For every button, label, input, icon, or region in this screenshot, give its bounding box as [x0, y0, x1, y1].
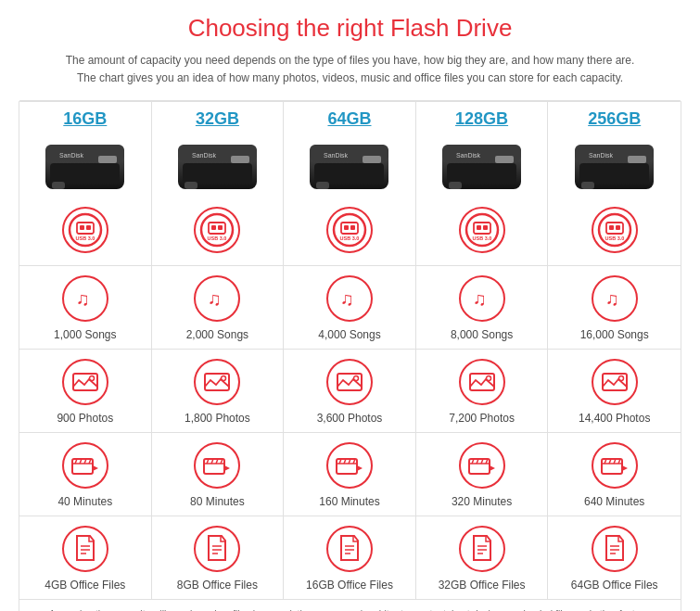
video-cell-64: 160 Minutes	[284, 433, 416, 516]
usb-icon-16: USB 3.0	[62, 207, 108, 253]
photo-icon-256	[592, 359, 638, 405]
video-label-16: 40 Minutes	[57, 495, 112, 508]
video-icon-16	[62, 442, 108, 489]
photos-cell-16: 900 Photos	[19, 350, 152, 432]
col-128gb: 128GB SanDisk	[416, 102, 549, 265]
svg-rect-53	[616, 225, 620, 230]
svg-rect-7	[77, 223, 94, 234]
svg-text:♫: ♫	[605, 288, 619, 309]
col-32gb: 32GB SanDisk	[152, 102, 285, 265]
songs-label-128: 8,000 Songs	[451, 328, 513, 341]
svg-marker-83	[224, 465, 230, 471]
office-label-16: 4GB Office Files	[45, 579, 125, 592]
photos-label-256: 14,400 Photos	[579, 412, 650, 425]
video-label-128: 320 Minutes	[452, 495, 512, 508]
svg-marker-97	[490, 465, 495, 471]
office-cell-16: 4GB Office Files	[19, 516, 152, 599]
svg-rect-40	[474, 223, 490, 234]
photos-cell-32: 1,800 Photos	[152, 350, 285, 432]
video-icon-32	[194, 442, 240, 489]
svg-text:SanDisk: SanDisk	[456, 152, 481, 159]
svg-rect-20	[218, 225, 223, 230]
svg-text:SanDisk: SanDisk	[59, 152, 84, 159]
photo-icon-32	[194, 359, 240, 405]
office-label-32: 8GB Office Files	[177, 579, 258, 592]
photos-cell-64: 3,600 Photos	[284, 350, 416, 432]
svg-text:USB 3.0: USB 3.0	[75, 235, 95, 241]
capacity-label-128: 128GB	[455, 109, 508, 129]
photo-icon-64	[326, 359, 373, 405]
svg-text:SanDisk: SanDisk	[324, 152, 349, 159]
music-icon-128: ♫	[459, 275, 505, 322]
video-cell-256: 640 Minutes	[548, 433, 681, 516]
photo-icon-128	[459, 359, 505, 405]
col-16gb: 16GB SanDisk	[19, 102, 152, 265]
svg-point-65	[353, 376, 358, 381]
svg-rect-38	[449, 182, 462, 189]
video-icon-64	[326, 442, 373, 489]
svg-rect-42	[483, 225, 488, 230]
drive-svg-16: SanDisk	[41, 137, 129, 197]
svg-rect-14	[231, 156, 249, 163]
video-row: 40 Minutes 80 Minutes	[19, 432, 681, 516]
svg-rect-9	[86, 225, 91, 230]
svg-text:♫: ♫	[340, 288, 354, 309]
office-cell-64: 16GB Office Files	[284, 516, 416, 599]
svg-marker-90	[357, 465, 363, 471]
svg-rect-30	[344, 225, 349, 230]
office-label-128: 32GB Office Files	[439, 579, 526, 592]
photos-cell-256: 14,400 Photos	[548, 350, 681, 432]
office-cell-32: 8GB Office Files	[152, 516, 285, 599]
office-row: 4GB Office Files 8GB Office Files	[19, 516, 681, 599]
video-label-64: 160 Minutes	[319, 495, 379, 508]
file-icon-256	[592, 526, 638, 572]
svg-text:USB 3.0: USB 3.0	[208, 235, 227, 241]
capacity-label-32: 32GB	[196, 109, 239, 129]
svg-marker-104	[622, 465, 628, 471]
svg-rect-3	[98, 156, 117, 163]
svg-text:USB 3.0: USB 3.0	[605, 235, 624, 241]
file-icon-32	[194, 526, 240, 572]
svg-rect-25	[363, 156, 381, 163]
songs-label-256: 16,000 Songs	[580, 328, 649, 341]
page-wrapper: Choosing the right Flash Drive The amoun…	[0, 0, 700, 611]
svg-rect-31	[350, 225, 355, 230]
office-label-256: 64GB Office Files	[571, 579, 658, 592]
video-icon-256	[592, 442, 638, 489]
photos-label-128: 7,200 Photos	[449, 412, 515, 425]
svg-text:USB 3.0: USB 3.0	[472, 235, 491, 241]
page-title: Choosing the right Flash Drive	[19, 9, 681, 43]
svg-rect-36	[495, 156, 514, 163]
svg-marker-76	[93, 465, 98, 471]
video-label-32: 80 Minutes	[190, 495, 245, 508]
svg-text:USB 3.0: USB 3.0	[340, 235, 360, 241]
svg-rect-47	[628, 156, 646, 163]
svg-rect-16	[185, 182, 197, 189]
songs-label-32: 2,000 Songs	[186, 328, 248, 341]
svg-text:♫: ♫	[76, 288, 90, 309]
drive-image-32: SanDisk	[171, 134, 263, 199]
office-cell-128: 32GB Office Files	[416, 516, 549, 599]
svg-point-61	[89, 376, 94, 381]
svg-rect-13	[183, 163, 252, 184]
office-label-64: 16GB Office Files	[306, 579, 393, 592]
photos-label-32: 1,800 Photos	[185, 412, 250, 425]
svg-rect-27	[316, 182, 329, 189]
songs-cell-64: ♫ 4,000 Songs	[284, 266, 416, 349]
songs-cell-32: ♫ 2,000 Songs	[152, 266, 285, 349]
songs-label-64: 4,000 Songs	[318, 328, 380, 341]
svg-rect-24	[314, 163, 384, 184]
svg-text:♫: ♫	[473, 288, 487, 309]
svg-rect-2	[50, 163, 120, 184]
svg-point-63	[222, 376, 226, 381]
capacity-label-16: 16GB	[63, 109, 107, 129]
video-icon-128	[459, 442, 505, 489]
office-cell-256: 64GB Office Files	[548, 516, 681, 599]
col-64gb: 64GB SanDisk	[284, 102, 416, 265]
photos-row: 900 Photos 1,800 Photos	[19, 349, 681, 432]
songs-cell-128: ♫ 8,000 Songs	[416, 266, 549, 349]
photos-cell-128: 7,200 Photos	[416, 350, 549, 432]
video-cell-32: 80 Minutes	[152, 433, 285, 516]
footer-note: Approximations: results will vary based …	[19, 599, 681, 611]
col-256gb: 256GB SanDisk	[548, 102, 681, 265]
